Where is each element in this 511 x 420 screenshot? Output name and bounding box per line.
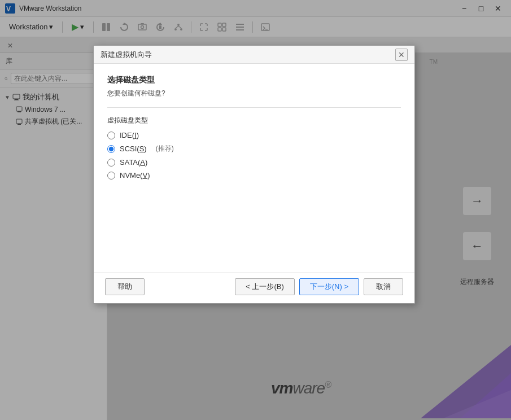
- radio-nvme-option[interactable]: NVMe(V): [107, 171, 401, 180]
- radio-nvme[interactable]: [107, 172, 115, 180]
- radio-ide-option[interactable]: IDE(I): [107, 131, 401, 139]
- radio-sata-label: SATA(A): [120, 158, 147, 167]
- scsi-shortcut-letter: S: [139, 145, 145, 153]
- radio-scsi-label: SCSI(S): [120, 145, 147, 153]
- disk-type-group-label: 虚拟磁盘类型: [107, 116, 401, 125]
- radio-sata[interactable]: [107, 159, 115, 167]
- ide-shortcut-letter: I: [134, 131, 137, 139]
- new-vm-wizard-dialog: 新建虚拟机向导 ✕ 选择磁盘类型 您要创建何种磁盘? 虚拟磁盘类型 IDE(I)…: [93, 45, 415, 304]
- close-icon: ✕: [398, 50, 405, 59]
- recommended-badge: (推荐): [156, 144, 174, 154]
- dialog-content: 选择磁盘类型 您要创建何种磁盘? 虚拟磁盘类型 IDE(I) SCSI(S) (…: [94, 64, 414, 193]
- radio-scsi-option[interactable]: SCSI(S) (推荐): [107, 144, 401, 154]
- radio-nvme-label: NVMe(V): [120, 171, 150, 180]
- nvme-shortcut-letter: V: [142, 171, 147, 180]
- next-button[interactable]: 下一步(N) >: [299, 278, 359, 295]
- radio-ide-label: IDE(I): [120, 131, 139, 139]
- radio-scsi[interactable]: [107, 145, 115, 153]
- dialog-divider: [107, 107, 401, 108]
- help-button[interactable]: 帮助: [105, 278, 145, 295]
- dialog-action-buttons: < 上一步(B) 下一步(N) > 取消: [235, 278, 403, 295]
- dialog-titlebar: 新建虚拟机向导 ✕: [94, 46, 414, 64]
- radio-ide[interactable]: [107, 132, 115, 139]
- cancel-button[interactable]: 取消: [364, 278, 403, 295]
- dialog-footer: 帮助 < 上一步(B) 下一步(N) > 取消: [94, 272, 414, 303]
- back-button[interactable]: < 上一步(B): [235, 278, 295, 295]
- dialog-section-title: 选择磁盘类型: [107, 75, 401, 85]
- dialog-title: 新建虚拟机向导: [101, 50, 152, 60]
- sata-shortcut-letter: A: [140, 158, 145, 167]
- dialog-close-button[interactable]: ✕: [395, 49, 408, 61]
- modal-overlay: 新建虚拟机向导 ✕ 选择磁盘类型 您要创建何种磁盘? 虚拟磁盘类型 IDE(I)…: [0, 0, 511, 420]
- radio-sata-option[interactable]: SATA(A): [107, 158, 401, 167]
- dialog-section-desc: 您要创建何种磁盘?: [107, 89, 401, 98]
